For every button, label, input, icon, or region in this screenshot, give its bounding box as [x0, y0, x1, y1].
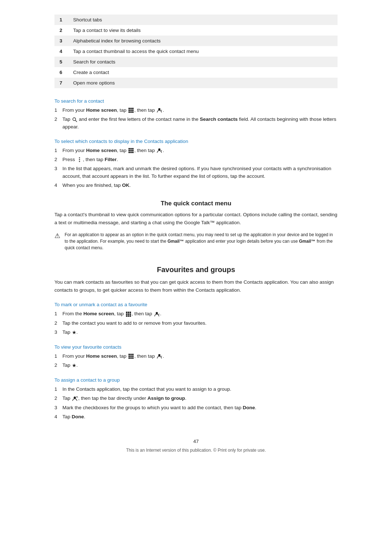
svg-rect-28	[128, 312, 129, 313]
mark-favourite-subsection: To mark or unmark a contact as a favouri…	[54, 302, 338, 336]
svg-rect-20	[130, 152, 132, 153]
svg-line-10	[161, 110, 162, 111]
search-icon	[72, 117, 77, 122]
svg-rect-19	[128, 152, 130, 153]
select-step-3: 3 In the list that appears, mark and unm…	[54, 165, 338, 180]
table-row: 2Tap a contact to view its details	[54, 25, 338, 36]
row-number: 1	[54, 15, 68, 25]
mark-step-1: 1 From the Home screen, tap , then tap .	[54, 310, 338, 317]
svg-rect-17	[130, 150, 132, 151]
svg-rect-40	[132, 354, 134, 355]
select-step-4: 4 When you are finished, tap OK.	[54, 182, 338, 189]
quick-contact-body: Tap a contact's thumbnail to view quick …	[54, 211, 338, 226]
select-step-2: 2 Press , then tap Filter.	[54, 156, 338, 163]
row-number: 3	[54, 36, 68, 46]
svg-rect-6	[128, 111, 130, 113]
svg-point-11	[73, 118, 75, 120]
row-text: Tap a contact to view its details	[68, 25, 338, 36]
person-icon-4	[156, 353, 162, 359]
view-favourite-steps: 1 From your Home screen, tap , then tap …	[54, 353, 338, 369]
svg-line-23	[161, 150, 162, 151]
svg-line-12	[75, 120, 77, 122]
view-step-1: 1 From your Home screen, tap , then tap …	[54, 353, 338, 360]
svg-rect-29	[130, 312, 131, 313]
warning-icon: ⚠	[54, 232, 62, 240]
svg-rect-2	[132, 108, 134, 109]
row-text: Shortcut tabs	[68, 15, 338, 25]
star-icon: ★	[72, 329, 77, 335]
row-text: Alphabetical index for browsing contacts	[68, 36, 338, 46]
info-table: 1Shortcut tabs2Tap a contact to view its…	[54, 15, 338, 88]
mark-favourite-steps: 1 From the Home screen, tap , then tap .…	[54, 310, 338, 336]
select-step-1: 1 From your Home screen, tap , then tap …	[54, 147, 338, 154]
mark-step-2: 2 Tap the contact you want to add to or …	[54, 320, 338, 327]
svg-rect-43	[132, 356, 134, 357]
table-row: 5Search for contacts	[54, 57, 338, 67]
mark-favourite-title: To mark or unmark a contact as a favouri…	[54, 302, 338, 307]
table-row: 7Open more options	[54, 78, 338, 88]
person-icon-3	[154, 311, 160, 317]
svg-rect-44	[128, 357, 130, 359]
search-step-2: 2 Tap and enter the first few letters of…	[54, 116, 338, 131]
assign-group-title: To assign a contact to a group	[54, 377, 338, 383]
svg-point-26	[79, 161, 80, 162]
quick-contact-heading: The quick contact menu	[54, 200, 338, 207]
favourites-heading: Favourites and groups	[54, 266, 338, 274]
svg-rect-8	[132, 111, 134, 113]
svg-rect-15	[132, 148, 134, 149]
svg-line-48	[161, 356, 162, 357]
row-number: 6	[54, 67, 68, 78]
svg-rect-0	[128, 108, 130, 109]
row-text: Create a contact	[68, 67, 338, 78]
grid-icon-2	[128, 148, 134, 153]
svg-point-22	[158, 148, 160, 151]
table-row: 6Create a contact	[54, 67, 338, 78]
note-text: For an application to appear as an optio…	[65, 231, 338, 251]
svg-rect-27	[126, 312, 127, 313]
assign-step-2: 2 Tap , then tap the bar directly under …	[54, 395, 338, 402]
svg-line-51	[76, 397, 77, 397]
select-section-title: To select which contacts to display in t…	[54, 139, 338, 144]
table-row: 1Shortcut tabs	[54, 15, 338, 25]
svg-rect-38	[128, 354, 130, 355]
row-text: Tap a contact thumbnail to access the qu…	[68, 46, 338, 57]
svg-rect-21	[132, 152, 134, 153]
assign-group-steps: 1 In the Contacts application, tap the c…	[54, 386, 338, 420]
svg-rect-30	[126, 313, 127, 315]
view-favourite-title: To view your favourite contacts	[54, 344, 338, 350]
svg-rect-41	[128, 356, 130, 357]
svg-point-49	[74, 397, 76, 399]
search-section-title: To search for a contact	[54, 98, 338, 104]
svg-rect-45	[130, 357, 132, 359]
star-icon-2: ★	[72, 362, 77, 368]
assign-step-1: 1 In the Contacts application, tap the c…	[54, 386, 338, 393]
view-favourite-subsection: To view your favourite contacts 1 From y…	[54, 344, 338, 369]
favourites-section: Favourites and groups You can mark conta…	[54, 266, 338, 420]
quick-contact-section: The quick contact menu Tap a contact's t…	[54, 200, 338, 251]
grid-icon-4	[128, 353, 134, 359]
svg-point-47	[158, 354, 160, 356]
svg-line-37	[159, 314, 159, 315]
svg-rect-14	[130, 148, 132, 149]
svg-rect-7	[130, 111, 132, 113]
row-number: 7	[54, 78, 68, 88]
svg-rect-32	[130, 313, 131, 315]
svg-rect-13	[128, 148, 130, 149]
svg-rect-18	[132, 150, 134, 151]
svg-point-9	[158, 108, 160, 110]
svg-rect-34	[128, 315, 129, 317]
page-footer: This is an Internet version of this publ…	[54, 448, 338, 453]
table-row: 4Tap a contact thumbnail to access the q…	[54, 46, 338, 57]
svg-point-36	[156, 312, 158, 314]
page-number: 47	[54, 439, 338, 444]
svg-rect-3	[128, 110, 130, 111]
svg-rect-1	[130, 108, 132, 109]
svg-rect-33	[126, 315, 127, 317]
assign-group-subsection: To assign a contact to a group 1 In the …	[54, 377, 338, 420]
row-text: Open more options	[68, 78, 338, 88]
search-step-1: 1 From your Home screen, tap , then tap …	[54, 107, 338, 114]
assign-step-3: 3 Mark the checkboxes for the groups to …	[54, 404, 338, 411]
svg-rect-5	[132, 110, 134, 111]
assign-step-4: 4 Tap Done.	[54, 413, 338, 420]
search-steps: 1 From your Home screen, tap , then tap …	[54, 107, 338, 131]
